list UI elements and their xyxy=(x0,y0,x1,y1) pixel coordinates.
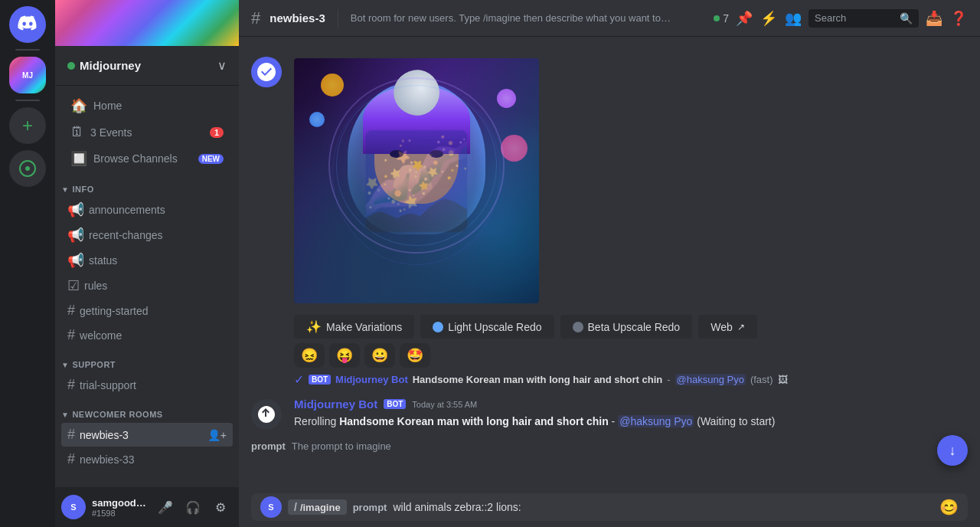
recent-changes-icon: 📢 xyxy=(67,227,84,244)
reaction-emoji-1: 😖 xyxy=(301,347,318,364)
category-info[interactable]: ▼ INFO xyxy=(55,172,239,197)
announcements-icon: 📢 xyxy=(67,201,84,218)
midjourney-server-icon[interactable]: MJ xyxy=(9,57,46,93)
status-icon: 📢 xyxy=(67,252,84,269)
browse-channels-nav-item[interactable]: 🔲 Browse Channels NEW xyxy=(61,146,233,172)
channel-recent-changes[interactable]: 📢 recent-changes xyxy=(61,223,233,247)
inbox-button[interactable]: 📥 xyxy=(925,9,943,28)
reaction-emoji-4: 🤩 xyxy=(407,347,423,364)
midjourney-bot-link[interactable]: Midjourney Bot xyxy=(335,374,408,385)
events-badge: 1 xyxy=(210,127,224,138)
server-list: MJ + xyxy=(0,0,55,527)
notification-text-bold: Handsome Korean man with long hair and s… xyxy=(413,374,662,385)
svg-point-1 xyxy=(25,166,30,171)
channel-trial-support[interactable]: # trial-support xyxy=(61,373,233,397)
prompt-hint: prompt The prompt to imagine xyxy=(251,437,968,455)
prompt-hint-text: The prompt to imagine xyxy=(292,440,391,452)
rerolling-message-content: Midjourney Bot BOT Today at 3:55 AM Rero… xyxy=(294,398,968,430)
online-dot xyxy=(714,15,720,21)
rerolling-message-header: Midjourney Bot BOT Today at 3:55 AM xyxy=(294,398,968,411)
verified-check-icon: ✓ xyxy=(294,372,304,387)
category-support[interactable]: ▼ SUPPORT xyxy=(55,348,239,372)
make-variations-button[interactable]: ✨ Make Variations xyxy=(294,315,414,339)
channel-newbies-33[interactable]: # newbies-33 xyxy=(61,447,233,471)
beta-upscale-redo-button[interactable]: Beta Upscale Redo xyxy=(560,315,693,339)
web-button[interactable]: Web ↗ xyxy=(698,315,757,339)
generated-image-embed xyxy=(294,58,539,303)
newbies-33-icon: # xyxy=(67,451,75,467)
trial-support-icon: # xyxy=(67,377,75,393)
scroll-down-icon: ↓ xyxy=(949,443,956,459)
channel-announcements[interactable]: 📢 announcements xyxy=(61,198,233,222)
rerolling-bot-badge: BOT xyxy=(384,399,406,409)
category-chevron-icon: ▼ xyxy=(61,185,69,194)
newcomer-chevron-icon: ▼ xyxy=(61,411,69,419)
rerolling-mention[interactable]: @haksung Pyo xyxy=(618,415,694,427)
channel-newbies-3[interactable]: # newbies-3 👤+ xyxy=(61,423,233,447)
search-box[interactable]: Search 🔍 xyxy=(808,9,919,28)
events-nav-item[interactable]: 🗓 3 Events 1 xyxy=(61,119,233,145)
notification-mention[interactable]: @haksung Pyo xyxy=(675,374,746,385)
home-nav-item[interactable]: 🏠 Home xyxy=(61,93,233,119)
prompt-hint-area: prompt The prompt to imagine xyxy=(239,431,980,458)
user-avatar: S xyxy=(61,495,86,519)
username: samgoodw... xyxy=(92,497,147,509)
bot-avatar-2 xyxy=(251,399,282,430)
category-newcomer-rooms[interactable]: ▼ NEWCOMER ROOMS xyxy=(55,398,239,422)
chat-input-field[interactable] xyxy=(393,501,933,513)
scroll-to-bottom-button[interactable]: ↓ xyxy=(937,435,968,466)
channel-list: 🏠 Home 🗓 3 Events 1 🔲 Browse Channels NE… xyxy=(55,86,239,487)
search-placeholder: Search xyxy=(815,12,897,24)
server-chevron-icon: ∨ xyxy=(217,58,227,73)
channel-getting-started[interactable]: # getting-started xyxy=(61,299,233,322)
discord-home-button[interactable] xyxy=(9,6,46,43)
user-area: S samgoodw... #1598 🎤 🎧 ⚙ xyxy=(55,487,239,527)
reaction-4[interactable]: 🤩 xyxy=(400,343,430,368)
emoji-button[interactable]: 😊 xyxy=(939,498,959,516)
reaction-emoji-3: 😀 xyxy=(371,347,388,364)
bot-message-content: ✨ Make Variations Light Upscale Redo Bet… xyxy=(294,55,968,368)
topbar: # newbies-3 Bot room for new users. Type… xyxy=(239,0,980,37)
rerolling-bot-author[interactable]: Midjourney Bot xyxy=(294,398,377,411)
light-upscale-redo-button[interactable]: Light Upscale Redo xyxy=(420,315,554,339)
channel-hash-icon: # xyxy=(251,8,260,28)
topbar-description: Bot room for new users. Type /imagine th… xyxy=(351,12,672,24)
action-buttons-row1: ✨ Make Variations Light Upscale Redo Bet… xyxy=(294,315,968,339)
channel-rules[interactable]: ☑ rules xyxy=(61,273,233,298)
add-server-button[interactable]: + xyxy=(9,107,46,144)
reaction-emoji-2: 😝 xyxy=(336,347,353,364)
channel-welcome[interactable]: # welcome xyxy=(61,323,233,347)
generated-image xyxy=(294,58,539,303)
notification-image-icon[interactable]: 🖼 xyxy=(778,374,788,385)
home-icon: 🏠 xyxy=(70,97,87,114)
headphones-button[interactable]: 🎧 xyxy=(181,495,205,519)
inline-bot-notification: ✓ BOT Midjourney Bot Handsome Korean man… xyxy=(239,369,980,390)
messages-area[interactable]: ✨ Make Variations Light Upscale Redo Bet… xyxy=(239,37,980,484)
pin-button[interactable]: 📌 xyxy=(735,9,753,28)
add-member-icon[interactable]: 👤+ xyxy=(207,429,227,441)
newbies-3-icon: # xyxy=(67,427,75,443)
emoji-reactions: 😖 😝 😀 🤩 xyxy=(294,343,968,368)
main-content: # newbies-3 Bot room for new users. Type… xyxy=(239,0,980,527)
rerolling-timestamp: Today at 3:55 AM xyxy=(412,400,477,409)
reaction-1[interactable]: 😖 xyxy=(294,343,325,368)
getting-started-icon: # xyxy=(67,303,75,319)
server-name: Midjourney xyxy=(67,59,141,72)
microphone-button[interactable]: 🎤 xyxy=(153,495,178,519)
input-avatar: S xyxy=(260,496,282,518)
external-link-icon: ↗ xyxy=(737,322,745,332)
member-count-number: 7 xyxy=(723,12,729,25)
user-info: samgoodw... #1598 xyxy=(92,497,147,518)
boost-button[interactable]: ⚡ xyxy=(760,9,778,28)
browse-channels-badge: NEW xyxy=(198,154,224,164)
discover-button[interactable] xyxy=(9,150,46,187)
member-list-button[interactable]: 👥 xyxy=(784,9,802,28)
server-header[interactable]: Midjourney ∨ xyxy=(55,46,239,86)
server-banner xyxy=(55,0,239,46)
slash-icon: / xyxy=(294,501,297,513)
reaction-2[interactable]: 😝 xyxy=(329,343,360,368)
reaction-3[interactable]: 😀 xyxy=(364,343,395,368)
settings-button[interactable]: ⚙ xyxy=(208,495,233,519)
channel-status[interactable]: 📢 status xyxy=(61,248,233,273)
help-button[interactable]: ❓ xyxy=(949,9,968,28)
